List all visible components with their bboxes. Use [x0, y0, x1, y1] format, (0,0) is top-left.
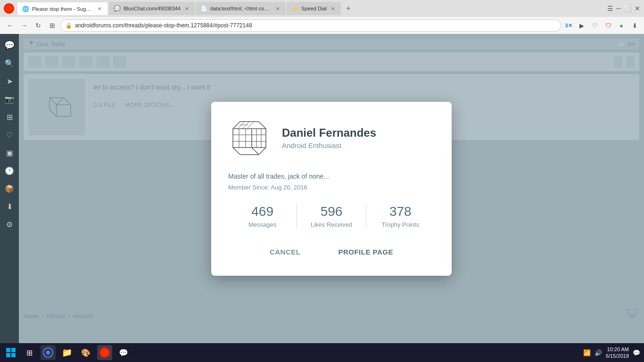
tab2-label: BlooChat.com/49038344 — [124, 6, 181, 11]
sidebar-heart-icon[interactable]: ♡ — [2, 127, 17, 142]
tab-list-icon[interactable]: ☰ — [607, 5, 613, 12]
page-area: 💬 🔍 ➤ 📷 ⊞ ♡ ▣ 🕐 📦 ⬇ ⚙ 📍 Goa, India 🕐 3m — [0, 34, 644, 343]
taskbar-discord-icon[interactable]: 💬 — [116, 345, 131, 360]
svg-rect-41 — [6, 348, 10, 352]
tab1-favicon: 🌐 — [22, 6, 29, 12]
profile-name: Daniel Fernandes — [282, 126, 435, 140]
wifi-icon: 📶 — [583, 349, 591, 356]
opera-icon — [4, 3, 14, 14]
minimize-icon[interactable]: ─ — [616, 5, 621, 12]
download-icon[interactable]: ⬇ — [629, 20, 640, 31]
tab1-close-icon[interactable]: ✕ — [96, 6, 103, 12]
stat-messages-value: 469 — [228, 204, 297, 219]
taskbar-app3-icon[interactable]: 🎨 — [78, 345, 93, 360]
svg-point-46 — [46, 351, 50, 354]
svg-line-26 — [259, 148, 266, 155]
tab2-favicon: 💬 — [114, 5, 121, 12]
sidebar-box-icon[interactable]: 📦 — [2, 181, 17, 196]
taskbar: ⊞ 📁 🎨 💬 📶 🔊 10:20 AM 6/15/2018 💬 — [0, 343, 644, 362]
profile-stats: 469 Messages 596 Likes Received 378 Trop… — [228, 204, 435, 228]
start-button[interactable] — [4, 346, 18, 360]
taskbar-date-value: 6/15/2018 — [606, 353, 629, 359]
profile-header: Daniel Fernandes Android Enthusiast — [228, 117, 435, 159]
stat-likes: 596 Likes Received — [297, 204, 365, 228]
svg-rect-43 — [6, 353, 10, 357]
stat-likes-value: 596 — [297, 204, 365, 219]
taskbar-task-view[interactable]: ⊞ — [22, 345, 37, 360]
sound-icon: 🔊 — [594, 349, 602, 356]
sidebar-download-icon[interactable]: ⬇ — [2, 199, 17, 214]
profile-avatar — [228, 117, 271, 159]
profile-cube-svg — [228, 117, 271, 159]
lock-icon: 🔒 — [66, 23, 72, 29]
nav-right-icons: 3✕ ▶ ♡ 🛡 ● ⬇ — [563, 20, 640, 31]
svg-rect-42 — [11, 348, 16, 352]
tab4[interactable]: ⚡ Speed Dial ✕ — [287, 2, 341, 15]
maximize-icon[interactable]: ⬜ — [624, 5, 632, 12]
svg-rect-44 — [11, 353, 16, 357]
tab3-label: data:text/html, <html cons... — [210, 6, 272, 11]
sidebar-camera-icon[interactable]: 📷 — [2, 91, 17, 107]
stat-trophy: 378 Trophy Points — [366, 204, 435, 228]
new-tab-button[interactable]: + — [342, 2, 355, 15]
sidebar-layers-icon[interactable]: ▣ — [2, 145, 17, 160]
svg-line-24 — [252, 148, 259, 155]
tab4-close-icon[interactable]: ✕ — [330, 5, 336, 12]
profile-member-since: Member Since: Aug 20, 2016 — [228, 184, 435, 191]
cancel-button[interactable]: CANCEL — [260, 243, 310, 261]
svg-line-23 — [233, 148, 240, 155]
forward-arrow-icon[interactable]: ▶ — [576, 20, 587, 31]
main-content: 📍 Goa, India 🕐 3m — [19, 34, 644, 343]
profile-bio: Master of all trades, jack of none... — [228, 173, 435, 180]
taskbar-right: 📶 🔊 10:20 AM 6/15/2018 💬 — [583, 346, 640, 360]
profile-page-button[interactable]: PROFILE PAGE — [329, 243, 403, 261]
taskbar-explorer-icon[interactable]: 📁 — [59, 345, 74, 360]
heart-icon[interactable]: ♡ — [589, 20, 601, 31]
sidebar-search-icon[interactable]: 🔍 — [2, 56, 17, 71]
taskbar-chrome-icon[interactable] — [41, 345, 56, 360]
profile-actions: CANCEL PROFILE PAGE — [228, 243, 435, 261]
ad-block-icon[interactable]: ● — [616, 20, 627, 31]
tab-active[interactable]: 🌐 Please stop them - Sugge... ✕ — [17, 2, 108, 15]
stat-trophy-value: 378 — [366, 204, 435, 219]
close-icon[interactable]: ✕ — [635, 5, 640, 12]
stat-messages-label: Messages — [228, 221, 297, 228]
svg-line-15 — [259, 122, 266, 129]
modal-overlay: Daniel Fernandes Android Enthusiast Mast… — [19, 34, 644, 343]
sidebar-clock-icon[interactable]: 🕐 — [2, 163, 17, 178]
left-sidebar: 💬 🔍 ➤ 📷 ⊞ ♡ ▣ 🕐 📦 ⬇ ⚙ — [0, 34, 19, 343]
windows-icon — [6, 347, 16, 358]
tab3-close-icon[interactable]: ✕ — [274, 5, 281, 12]
profile-title: Android Enthusiast — [282, 141, 435, 149]
taskbar-clock: 10:20 AM 6/15/2018 — [606, 346, 629, 360]
tab2-close-icon[interactable]: ✕ — [183, 5, 190, 12]
address-text: androidforums.com/threads/please-stop-th… — [75, 22, 252, 29]
tab4-label: Speed Dial — [301, 6, 327, 11]
sidebar-arrow-icon[interactable]: ➤ — [2, 74, 17, 89]
stat-messages: 469 Messages — [228, 204, 297, 228]
taskbar-opera-icon[interactable] — [97, 345, 112, 360]
chrome-icon — [42, 347, 54, 358]
opera-taskbar-icon — [99, 347, 110, 358]
sidebar-grid-icon[interactable]: ⊞ — [2, 109, 17, 124]
tab1-label: Please stop them - Sugge... — [32, 6, 93, 12]
speed-dial-button[interactable]: ⊞ — [46, 19, 58, 32]
stat-trophy-label: Trophy Points — [366, 221, 435, 228]
taskbar-time-value: 10:20 AM — [606, 346, 629, 353]
tab4-favicon: ⚡ — [291, 5, 298, 12]
address-bar[interactable]: 🔒 androidforums.com/threads/please-stop-… — [60, 19, 561, 32]
sidebar-whatsapp-icon[interactable]: 💬 — [2, 38, 17, 53]
vpn-icon[interactable]: 🛡 — [603, 20, 614, 31]
forward-button[interactable]: → — [18, 19, 30, 32]
tab2[interactable]: 💬 BlooChat.com/49038344 ✕ — [109, 2, 195, 15]
browser-chrome: 🌐 Please stop them - Sugge... ✕ 💬 BlooCh… — [0, 0, 644, 34]
profile-info: Daniel Fernandes Android Enthusiast — [282, 126, 435, 149]
back-button[interactable]: ← — [4, 19, 16, 32]
stat-likes-label: Likes Received — [297, 221, 365, 228]
refresh-button[interactable]: ↻ — [32, 19, 44, 32]
nav-bar: ← → ↻ ⊞ 🔒 androidforums.com/threads/plea… — [0, 17, 644, 34]
profile-card: Daniel Fernandes Android Enthusiast Mast… — [211, 102, 452, 276]
extensions-icon[interactable]: 3✕ — [563, 20, 574, 31]
sidebar-settings-icon[interactable]: ⚙ — [2, 217, 17, 232]
tab3[interactable]: 📄 data:text/html, <html cons... ✕ — [196, 2, 286, 15]
